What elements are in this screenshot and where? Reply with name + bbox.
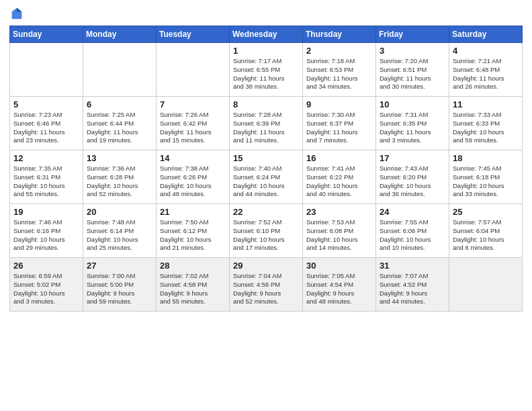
empty-cell [83,43,157,97]
weekday-header-saturday: Saturday [449,26,523,43]
day-number: 16 [306,153,372,163]
week-row-5: 26Sunrise: 6:59 AM Sunset: 5:02 PM Dayli… [10,258,523,312]
day-number: 13 [87,153,152,163]
day-number: 4 [453,46,519,56]
day-number: 5 [13,99,79,109]
calendar-table: SundayMondayTuesdayWednesdayThursdayFrid… [9,26,523,312]
day-cell-25: 25Sunrise: 7:57 AM Sunset: 6:04 PM Dayli… [449,204,523,258]
day-number: 1 [233,46,299,56]
day-info: Sunrise: 7:40 AM Sunset: 6:24 PM Dayligh… [233,165,299,199]
day-info: Sunrise: 7:41 AM Sunset: 6:22 PM Dayligh… [306,165,372,199]
weekday-header-wednesday: Wednesday [230,26,303,43]
day-cell-4: 4Sunrise: 7:21 AM Sunset: 6:48 PM Daylig… [449,43,523,97]
day-info: Sunrise: 7:45 AM Sunset: 6:18 PM Dayligh… [453,165,519,199]
day-number: 2 [306,46,372,56]
day-cell-6: 6Sunrise: 7:25 AM Sunset: 6:44 PM Daylig… [83,97,157,150]
day-number: 19 [13,207,79,217]
day-info: Sunrise: 7:02 AM Sunset: 4:58 PM Dayligh… [160,272,226,306]
day-info: Sunrise: 7:30 AM Sunset: 6:37 PM Dayligh… [306,111,372,145]
day-info: Sunrise: 7:43 AM Sunset: 6:20 PM Dayligh… [380,165,445,199]
week-row-2: 5Sunrise: 7:23 AM Sunset: 6:46 PM Daylig… [10,97,523,150]
day-number: 8 [233,99,299,109]
day-cell-24: 24Sunrise: 7:55 AM Sunset: 6:06 PM Dayli… [376,204,449,258]
day-number: 7 [160,99,226,109]
day-info: Sunrise: 7:20 AM Sunset: 6:51 PM Dayligh… [380,57,445,91]
day-info: Sunrise: 7:50 AM Sunset: 6:12 PM Dayligh… [160,218,226,253]
day-info: Sunrise: 7:05 AM Sunset: 4:54 PM Dayligh… [306,272,372,306]
day-number: 18 [453,153,519,163]
day-cell-30: 30Sunrise: 7:05 AM Sunset: 4:54 PM Dayli… [303,258,376,312]
day-cell-7: 7Sunrise: 7:26 AM Sunset: 6:42 PM Daylig… [157,97,230,150]
day-info: Sunrise: 7:48 AM Sunset: 6:14 PM Dayligh… [87,218,152,253]
day-cell-18: 18Sunrise: 7:45 AM Sunset: 6:18 PM Dayli… [449,150,523,204]
day-number: 30 [306,261,372,271]
day-cell-3: 3Sunrise: 7:20 AM Sunset: 6:51 PM Daylig… [376,43,449,97]
day-cell-2: 2Sunrise: 7:18 AM Sunset: 6:53 PM Daylig… [303,43,376,97]
day-info: Sunrise: 7:26 AM Sunset: 6:42 PM Dayligh… [160,111,226,145]
day-number: 29 [233,261,299,271]
day-info: Sunrise: 7:52 AM Sunset: 6:10 PM Dayligh… [233,218,299,253]
day-info: Sunrise: 7:38 AM Sunset: 6:26 PM Dayligh… [160,165,226,199]
week-row-1: 1Sunrise: 7:17 AM Sunset: 6:55 PM Daylig… [10,43,523,97]
svg-marker-1 [17,8,21,12]
day-number: 10 [380,99,445,109]
day-cell-14: 14Sunrise: 7:38 AM Sunset: 6:26 PM Dayli… [157,150,230,204]
header [9,7,523,21]
day-info: Sunrise: 7:18 AM Sunset: 6:53 PM Dayligh… [306,57,372,91]
day-cell-19: 19Sunrise: 7:46 AM Sunset: 6:16 PM Dayli… [10,204,83,258]
day-info: Sunrise: 7:25 AM Sunset: 6:44 PM Dayligh… [87,111,152,145]
page: SundayMondayTuesdayWednesdayThursdayFrid… [0,0,532,411]
day-number: 17 [380,153,445,163]
day-info: Sunrise: 7:33 AM Sunset: 6:33 PM Dayligh… [453,111,519,145]
day-number: 24 [380,207,445,217]
day-info: Sunrise: 7:31 AM Sunset: 6:35 PM Dayligh… [380,111,445,145]
day-info: Sunrise: 7:23 AM Sunset: 6:46 PM Dayligh… [13,111,79,145]
weekday-header-row: SundayMondayTuesdayWednesdayThursdayFrid… [10,26,523,43]
day-number: 12 [13,153,79,163]
day-number: 14 [160,153,226,163]
day-cell-15: 15Sunrise: 7:40 AM Sunset: 6:24 PM Dayli… [230,150,303,204]
day-number: 11 [453,99,519,109]
day-cell-23: 23Sunrise: 7:53 AM Sunset: 6:08 PM Dayli… [303,204,376,258]
weekday-header-thursday: Thursday [303,26,376,43]
day-cell-16: 16Sunrise: 7:41 AM Sunset: 6:22 PM Dayli… [303,150,376,204]
day-info: Sunrise: 7:55 AM Sunset: 6:06 PM Dayligh… [380,218,445,253]
day-number: 25 [453,207,519,217]
logo [9,7,27,21]
day-cell-8: 8Sunrise: 7:28 AM Sunset: 6:39 PM Daylig… [230,97,303,150]
day-cell-11: 11Sunrise: 7:33 AM Sunset: 6:33 PM Dayli… [449,97,523,150]
empty-cell [157,43,230,97]
day-cell-12: 12Sunrise: 7:35 AM Sunset: 6:31 PM Dayli… [10,150,83,204]
day-number: 27 [87,261,152,271]
day-info: Sunrise: 7:04 AM Sunset: 4:56 PM Dayligh… [233,272,299,306]
day-number: 9 [306,99,372,109]
day-info: Sunrise: 7:17 AM Sunset: 6:55 PM Dayligh… [233,57,299,91]
empty-cell [449,258,523,312]
day-cell-13: 13Sunrise: 7:36 AM Sunset: 6:28 PM Dayli… [83,150,157,204]
day-info: Sunrise: 6:59 AM Sunset: 5:02 PM Dayligh… [13,272,79,306]
day-number: 26 [13,261,79,271]
day-number: 20 [87,207,152,217]
day-info: Sunrise: 7:53 AM Sunset: 6:08 PM Dayligh… [306,218,372,253]
day-cell-17: 17Sunrise: 7:43 AM Sunset: 6:20 PM Dayli… [376,150,449,204]
day-info: Sunrise: 7:36 AM Sunset: 6:28 PM Dayligh… [87,165,152,199]
day-cell-26: 26Sunrise: 6:59 AM Sunset: 5:02 PM Dayli… [10,258,83,312]
day-info: Sunrise: 7:00 AM Sunset: 5:00 PM Dayligh… [87,272,152,306]
day-number: 6 [87,99,152,109]
day-cell-1: 1Sunrise: 7:17 AM Sunset: 6:55 PM Daylig… [230,43,303,97]
day-cell-5: 5Sunrise: 7:23 AM Sunset: 6:46 PM Daylig… [10,97,83,150]
day-info: Sunrise: 7:46 AM Sunset: 6:16 PM Dayligh… [13,218,79,253]
day-cell-22: 22Sunrise: 7:52 AM Sunset: 6:10 PM Dayli… [230,204,303,258]
weekday-header-monday: Monday [83,26,157,43]
day-cell-20: 20Sunrise: 7:48 AM Sunset: 6:14 PM Dayli… [83,204,157,258]
week-row-4: 19Sunrise: 7:46 AM Sunset: 6:16 PM Dayli… [10,204,523,258]
day-cell-27: 27Sunrise: 7:00 AM Sunset: 5:00 PM Dayli… [83,258,157,312]
day-cell-9: 9Sunrise: 7:30 AM Sunset: 6:37 PM Daylig… [303,97,376,150]
day-number: 22 [233,207,299,217]
day-cell-28: 28Sunrise: 7:02 AM Sunset: 4:58 PM Dayli… [157,258,230,312]
day-info: Sunrise: 7:57 AM Sunset: 6:04 PM Dayligh… [453,218,519,253]
day-cell-31: 31Sunrise: 7:07 AM Sunset: 4:52 PM Dayli… [376,258,449,312]
week-row-3: 12Sunrise: 7:35 AM Sunset: 6:31 PM Dayli… [10,150,523,204]
day-number: 15 [233,153,299,163]
weekday-header-friday: Friday [376,26,449,43]
